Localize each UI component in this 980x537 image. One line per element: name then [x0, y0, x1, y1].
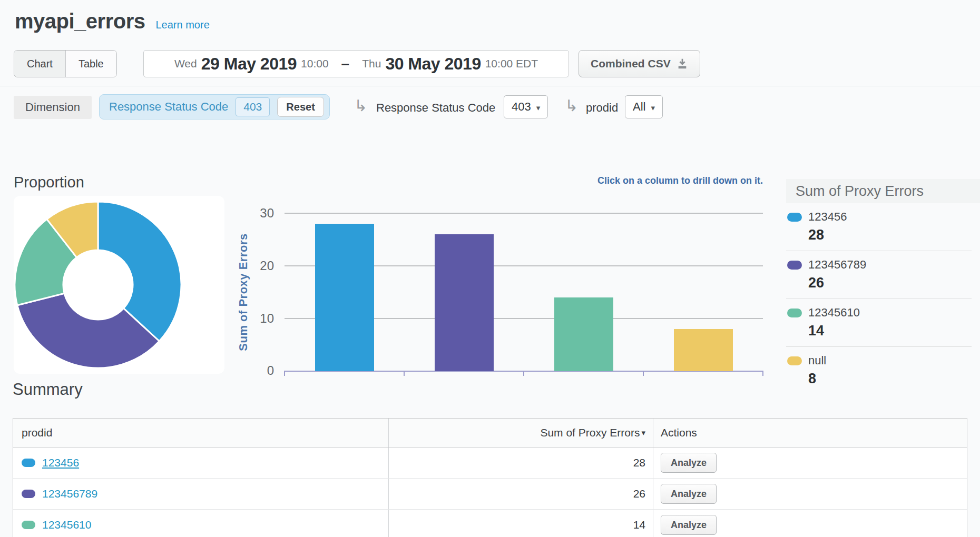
- legend-value: 8: [808, 371, 972, 387]
- drilldown-1-value: 403: [512, 100, 531, 113]
- analyze-button[interactable]: Analyze: [661, 484, 717, 504]
- table-row: 123456789 26 Analyze: [13, 479, 967, 510]
- x-axis-tick: [643, 372, 644, 376]
- filter-name: Response Status Code: [109, 100, 228, 114]
- x-axis-tick: [404, 372, 405, 376]
- legend-label: 123456: [808, 210, 847, 224]
- metric-value: 14: [389, 519, 645, 531]
- x-axis-tick: [762, 372, 763, 376]
- legend-value: 26: [808, 275, 972, 291]
- metric-header-label: Sum of Proxy Errors: [540, 426, 640, 439]
- tab-chart[interactable]: Chart: [14, 51, 65, 77]
- analyze-button[interactable]: Analyze: [661, 515, 717, 535]
- proportion-title: Proportion: [14, 174, 84, 191]
- page-title: myapi_errors: [15, 9, 145, 33]
- bar-chart: [285, 213, 763, 371]
- row-swatch-purple: [22, 490, 35, 498]
- legend-panel: Sum of Proxy Errors 123456 28 123456789 …: [786, 179, 972, 394]
- y-axis-label: Sum of Proxy Errors: [237, 233, 250, 351]
- bar-12345610[interactable]: [554, 297, 613, 371]
- y-tick-10: 10: [241, 311, 274, 326]
- download-icon: [677, 58, 688, 69]
- reset-button[interactable]: Reset: [277, 97, 324, 117]
- start-day: Wed: [174, 57, 197, 70]
- analyze-button[interactable]: Analyze: [661, 453, 717, 473]
- prodid-link[interactable]: 12345610: [42, 519, 91, 531]
- bar-cell: [404, 213, 524, 371]
- tab-table[interactable]: Table: [65, 51, 116, 77]
- x-axis-tick: [284, 372, 285, 376]
- legend-swatch-yellow: [787, 356, 802, 365]
- sort-descending-icon: ▾: [641, 428, 645, 437]
- drilldown-2-label: prodid: [586, 101, 618, 115]
- active-filter-chip: Response Status Code 403 Reset: [99, 94, 330, 120]
- metric-value: 28: [389, 456, 645, 469]
- date-range-picker[interactable]: Wed 29 May 2019 10:00 – Thu 30 May 2019 …: [143, 50, 569, 77]
- dashboard: myapi_errors Learn more Chart Table Wed …: [0, 0, 980, 537]
- drilldown-1-select[interactable]: 403▾: [504, 95, 548, 118]
- start-date: 29 May 2019: [201, 54, 297, 74]
- divider: [0, 86, 980, 86]
- title-row: myapi_errors Learn more: [15, 9, 210, 33]
- drilldown-hint: Click on a column to drill down on it.: [285, 175, 763, 186]
- legend-swatch-green: [787, 309, 802, 317]
- combined-csv-button[interactable]: Combined CSV: [579, 50, 700, 77]
- chevron-down-icon: ▾: [536, 103, 541, 112]
- y-tick-0: 0: [241, 363, 274, 378]
- bar-123456789[interactable]: [435, 234, 494, 371]
- drilldown-2-select[interactable]: All▾: [625, 95, 663, 118]
- proportion-donut-chart[interactable]: [14, 196, 224, 374]
- legend-item: null 8: [786, 347, 972, 394]
- date-separator: –: [341, 55, 350, 72]
- drilldown-1-label: Response Status Code: [376, 101, 495, 115]
- legend-swatch-purple: [787, 261, 802, 270]
- start-time: 10:00: [301, 57, 329, 70]
- legend-swatch-blue: [787, 213, 802, 222]
- y-tick-30: 30: [241, 206, 274, 221]
- prodid-link[interactable]: 123456789: [42, 488, 97, 500]
- end-day: Thu: [362, 57, 381, 70]
- legend-label: 12345610: [808, 306, 860, 320]
- legend-item: 12345610 14: [786, 299, 972, 347]
- legend-value: 14: [808, 323, 972, 339]
- y-tick-20: 20: [241, 258, 274, 273]
- chevron-down-icon: ▾: [651, 103, 655, 112]
- column-header-actions: Actions: [653, 419, 967, 447]
- x-axis-tick: [523, 372, 524, 376]
- end-time: 10:00 EDT: [485, 57, 538, 70]
- csv-button-label: Combined CSV: [591, 57, 671, 70]
- learn-more-link[interactable]: Learn more: [155, 19, 209, 31]
- legend-item: 123456789 26: [786, 251, 972, 299]
- legend-label: null: [808, 354, 826, 367]
- legend-value: 28: [808, 227, 972, 243]
- dimension-label: Dimension: [14, 96, 92, 119]
- row-swatch-green: [22, 521, 35, 529]
- summary-table: prodid Sum of Proxy Errors▾ Actions 1234…: [13, 418, 967, 537]
- end-date: 30 May 2019: [385, 54, 481, 74]
- bar-null[interactable]: [674, 329, 733, 371]
- metric-value: 26: [389, 488, 645, 500]
- bar-cell: [643, 213, 763, 371]
- column-header-prodid: prodid: [13, 419, 388, 447]
- bar-cell: [524, 213, 643, 371]
- bar-cell: [285, 213, 404, 371]
- proportion-panel: [14, 196, 224, 374]
- legend-title: Sum of Proxy Errors: [786, 179, 980, 203]
- view-toggle: Chart Table: [14, 50, 117, 77]
- column-header-metric[interactable]: Sum of Proxy Errors▾: [388, 419, 653, 447]
- drilldown-arrow-icon: ↳: [354, 96, 367, 115]
- legend-item: 123456 28: [786, 203, 972, 251]
- drilldown-arrow-icon: ↳: [565, 96, 578, 115]
- summary-title: Summary: [13, 380, 83, 399]
- row-swatch-blue: [22, 459, 35, 467]
- legend-label: 123456789: [808, 258, 866, 272]
- bar-123456[interactable]: [315, 224, 374, 371]
- drilldown-2-value: All: [633, 100, 645, 113]
- prodid-link[interactable]: 123456: [42, 456, 79, 469]
- table-header-row: prodid Sum of Proxy Errors▾ Actions: [13, 419, 967, 448]
- filter-value: 403: [236, 97, 270, 116]
- table-row: 123456 28 Analyze: [13, 448, 967, 479]
- table-row: 12345610 14 Analyze: [13, 510, 967, 537]
